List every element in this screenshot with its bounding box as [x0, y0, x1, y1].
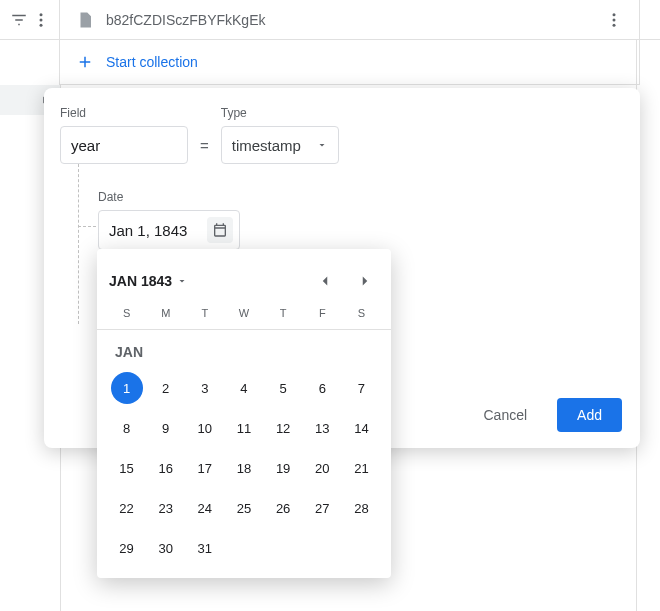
calendar-icon[interactable] [207, 217, 233, 243]
calendar-day[interactable]: 5 [267, 372, 299, 404]
calendar-day[interactable]: 7 [345, 372, 377, 404]
calendar-month-select[interactable]: JAN 1843 [109, 273, 188, 289]
left-tools [0, 0, 60, 39]
svg-point-0 [39, 13, 42, 16]
calendar-day[interactable]: 21 [345, 452, 377, 484]
field-type-select[interactable]: timestamp [221, 126, 339, 164]
calendar-day[interactable]: 30 [150, 532, 182, 564]
calendar-dow-cell: T [264, 307, 303, 319]
calendar-dow-cell: M [146, 307, 185, 319]
dropdown-icon [176, 275, 188, 287]
svg-point-5 [613, 23, 616, 26]
chevron-right-icon [356, 272, 374, 290]
svg-point-3 [613, 13, 616, 16]
calendar-dow-cell: W [224, 307, 263, 319]
doc-more-vert-icon[interactable] [605, 11, 623, 29]
calendar-day[interactable]: 17 [189, 452, 221, 484]
dropdown-icon [316, 139, 328, 151]
calendar-day[interactable]: 20 [306, 452, 338, 484]
calendar-day[interactable]: 23 [150, 492, 182, 524]
sub-header-row: Start collection [0, 40, 660, 85]
start-collection-label: Start collection [106, 54, 198, 70]
calendar-day[interactable]: 31 [189, 532, 221, 564]
calendar-day[interactable]: 28 [345, 492, 377, 524]
calendar-day[interactable]: 22 [111, 492, 143, 524]
calendar-dow-cell: F [303, 307, 342, 319]
calendar-day[interactable]: 13 [306, 412, 338, 444]
calendar-day[interactable]: 2 [150, 372, 182, 404]
calendar-day[interactable]: 1 [111, 372, 143, 404]
calendar-day[interactable]: 14 [345, 412, 377, 444]
calendar-day[interactable]: 19 [267, 452, 299, 484]
field-name-input[interactable] [60, 126, 188, 164]
date-input[interactable]: Jan 1, 1843 [98, 210, 240, 250]
document-icon [76, 11, 94, 29]
svg-point-4 [613, 18, 616, 21]
calendar-day[interactable]: 24 [189, 492, 221, 524]
document-header: b82fCZDISczFBYFkKgEk [60, 0, 640, 39]
calendar-days-of-week: SMTWTFS [97, 303, 391, 330]
calendar-day[interactable]: 12 [267, 412, 299, 444]
plus-icon [76, 53, 94, 71]
calendar-dow-cell: T [185, 307, 224, 319]
svg-point-1 [39, 18, 42, 21]
calendar-day[interactable]: 27 [306, 492, 338, 524]
calendar-day-grid: 1234567891011121314151617181920212223242… [97, 364, 391, 564]
calendar-day[interactable]: 26 [267, 492, 299, 524]
field-type-label: Type [221, 106, 339, 120]
field-type-value: timestamp [232, 137, 301, 154]
equals-sign: = [200, 137, 209, 164]
calendar-popover: JAN 1843 SMTWTFS JAN 1234567891011121314… [97, 249, 391, 578]
calendar-next-month[interactable] [351, 267, 379, 295]
calendar-day[interactable]: 8 [111, 412, 143, 444]
calendar-day[interactable]: 3 [189, 372, 221, 404]
add-button[interactable]: Add [557, 398, 622, 432]
cancel-button[interactable]: Cancel [473, 399, 537, 431]
chevron-left-icon [316, 272, 334, 290]
calendar-dow-cell: S [342, 307, 381, 319]
field-name-label: Field [60, 106, 188, 120]
filter-icon[interactable] [10, 11, 28, 29]
calendar-month-year: JAN 1843 [109, 273, 172, 289]
calendar-day[interactable]: 16 [150, 452, 182, 484]
more-vert-icon[interactable] [32, 11, 50, 29]
svg-point-2 [39, 23, 42, 26]
calendar-day[interactable]: 4 [228, 372, 260, 404]
calendar-dow-cell: S [107, 307, 146, 319]
calendar-day[interactable]: 29 [111, 532, 143, 564]
calendar-day[interactable]: 25 [228, 492, 260, 524]
calendar-prev-month[interactable] [311, 267, 339, 295]
start-collection-button[interactable]: Start collection [76, 53, 198, 71]
calendar-day[interactable]: 9 [150, 412, 182, 444]
document-id: b82fCZDISczFBYFkKgEk [106, 12, 266, 28]
topbar: b82fCZDISczFBYFkKgEk [0, 0, 660, 40]
date-label: Date [98, 190, 123, 204]
calendar-day[interactable]: 11 [228, 412, 260, 444]
calendar-day[interactable]: 10 [189, 412, 221, 444]
date-value: Jan 1, 1843 [109, 222, 187, 239]
calendar-day[interactable]: 15 [111, 452, 143, 484]
calendar-day[interactable]: 18 [228, 452, 260, 484]
calendar-month-short: JAN [97, 330, 391, 364]
calendar-day[interactable]: 6 [306, 372, 338, 404]
